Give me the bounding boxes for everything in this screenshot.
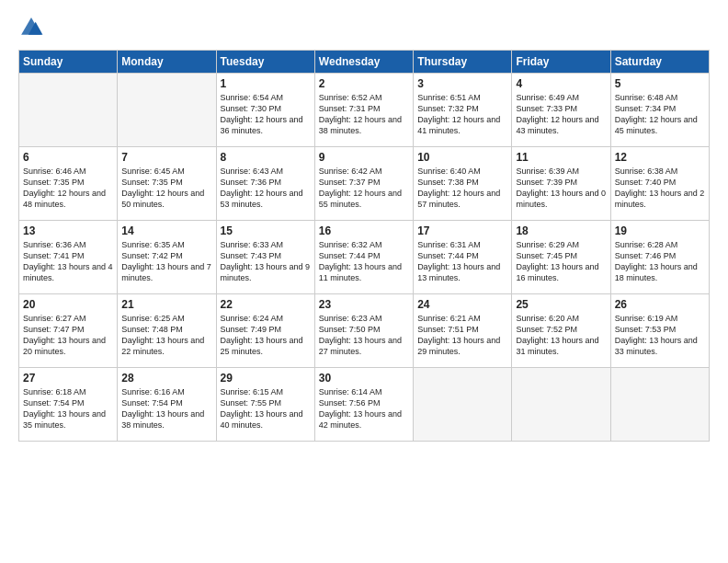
day-info: Sunrise: 6:19 AMSunset: 7:53 PMDaylight:… [615, 313, 705, 358]
day-number: 21 [121, 298, 211, 311]
calendar-day-cell: 7Sunrise: 6:45 AMSunset: 7:35 PMDaylight… [118, 147, 216, 221]
calendar-day-cell: 19Sunrise: 6:28 AMSunset: 7:46 PMDayligh… [610, 221, 709, 294]
calendar-weekday-monday: Monday [118, 51, 216, 74]
calendar-day-cell [19, 74, 118, 147]
daylight-label: Daylight: 12 hours and 50 minutes. [121, 189, 204, 209]
sunrise-label: Sunrise: 6:39 AM [516, 167, 579, 176]
sunrise-label: Sunrise: 6:49 AM [516, 93, 579, 102]
calendar-weekday-wednesday: Wednesday [314, 51, 413, 74]
day-info: Sunrise: 6:15 AMSunset: 7:55 PMDaylight:… [221, 386, 311, 431]
calendar-week-row: 1Sunrise: 6:54 AMSunset: 7:30 PMDaylight… [19, 74, 710, 147]
sunset-label: Sunset: 7:42 PM [121, 251, 183, 260]
sunset-label: Sunset: 7:44 PM [319, 251, 381, 260]
sunrise-label: Sunrise: 6:27 AM [23, 314, 86, 323]
daylight-label: Daylight: 12 hours and 43 minutes. [516, 115, 598, 135]
day-info: Sunrise: 6:31 AMSunset: 7:44 PMDaylight:… [417, 239, 507, 284]
header [18, 15, 710, 40]
day-info: Sunrise: 6:42 AMSunset: 7:37 PMDaylight:… [319, 166, 409, 211]
daylight-label: Daylight: 13 hours and 0 minutes. [516, 189, 606, 209]
daylight-label: Daylight: 12 hours and 55 minutes. [319, 189, 402, 209]
calendar-day-cell: 27Sunrise: 6:18 AMSunset: 7:54 PMDayligh… [19, 368, 118, 442]
calendar-week-row: 13Sunrise: 6:36 AMSunset: 7:41 PMDayligh… [19, 221, 710, 294]
sunset-label: Sunset: 7:33 PM [516, 104, 577, 113]
calendar-day-cell: 6Sunrise: 6:46 AMSunset: 7:35 PMDaylight… [19, 147, 118, 221]
calendar-day-cell [610, 368, 709, 442]
sunset-label: Sunset: 7:49 PM [221, 325, 282, 334]
day-info: Sunrise: 6:28 AMSunset: 7:46 PMDaylight:… [615, 239, 705, 284]
calendar-day-cell: 24Sunrise: 6:21 AMSunset: 7:51 PMDayligh… [414, 294, 512, 368]
day-number: 17 [417, 224, 507, 237]
day-number: 10 [417, 151, 507, 164]
sunset-label: Sunset: 7:39 PM [516, 178, 577, 187]
day-number: 5 [615, 77, 705, 90]
day-info: Sunrise: 6:40 AMSunset: 7:38 PMDaylight:… [417, 166, 507, 211]
daylight-label: Daylight: 13 hours and 38 minutes. [121, 409, 204, 430]
day-info: Sunrise: 6:51 AMSunset: 7:32 PMDaylight:… [417, 92, 507, 137]
day-info: Sunrise: 6:27 AMSunset: 7:47 PMDaylight:… [23, 313, 113, 358]
day-info: Sunrise: 6:23 AMSunset: 7:50 PMDaylight:… [319, 313, 409, 358]
day-info: Sunrise: 6:18 AMSunset: 7:54 PMDaylight:… [23, 386, 113, 431]
sunrise-label: Sunrise: 6:25 AM [121, 314, 185, 323]
sunset-label: Sunset: 7:50 PM [319, 325, 381, 334]
day-number: 19 [615, 224, 705, 237]
calendar-day-cell: 29Sunrise: 6:15 AMSunset: 7:55 PMDayligh… [216, 368, 314, 442]
calendar-day-cell: 22Sunrise: 6:24 AMSunset: 7:49 PMDayligh… [216, 294, 314, 368]
day-number: 22 [221, 298, 311, 311]
day-info: Sunrise: 6:29 AMSunset: 7:45 PMDaylight:… [516, 239, 606, 284]
sunset-label: Sunset: 7:41 PM [23, 251, 85, 260]
daylight-label: Daylight: 13 hours and 4 minutes. [23, 262, 113, 282]
calendar-header-row: SundayMondayTuesdayWednesdayThursdayFrid… [19, 51, 710, 74]
sunrise-label: Sunrise: 6:24 AM [221, 314, 284, 323]
sunrise-label: Sunrise: 6:31 AM [417, 240, 481, 249]
sunrise-label: Sunrise: 6:14 AM [319, 387, 382, 396]
sunrise-label: Sunrise: 6:38 AM [615, 167, 678, 176]
day-info: Sunrise: 6:36 AMSunset: 7:41 PMDaylight:… [23, 239, 113, 284]
calendar-day-cell: 15Sunrise: 6:33 AMSunset: 7:43 PMDayligh… [216, 221, 314, 294]
day-info: Sunrise: 6:32 AMSunset: 7:44 PMDaylight:… [319, 239, 409, 284]
day-number: 23 [319, 298, 409, 311]
sunset-label: Sunset: 7:54 PM [121, 398, 183, 408]
calendar-day-cell: 21Sunrise: 6:25 AMSunset: 7:48 PMDayligh… [118, 294, 216, 368]
daylight-label: Daylight: 13 hours and 9 minutes. [221, 262, 311, 282]
sunset-label: Sunset: 7:32 PM [417, 104, 479, 113]
calendar-day-cell: 5Sunrise: 6:48 AMSunset: 7:34 PMDaylight… [610, 74, 709, 147]
daylight-label: Daylight: 12 hours and 41 minutes. [417, 115, 500, 135]
day-number: 18 [516, 224, 606, 237]
daylight-label: Daylight: 13 hours and 29 minutes. [417, 336, 500, 356]
calendar-day-cell: 25Sunrise: 6:20 AMSunset: 7:52 PMDayligh… [512, 294, 610, 368]
logo-icon [18, 15, 44, 40]
day-info: Sunrise: 6:52 AMSunset: 7:31 PMDaylight:… [319, 92, 409, 137]
sunrise-label: Sunrise: 6:36 AM [23, 240, 86, 249]
sunrise-label: Sunrise: 6:45 AM [121, 167, 185, 176]
calendar-day-cell: 4Sunrise: 6:49 AMSunset: 7:33 PMDaylight… [512, 74, 610, 147]
sunrise-label: Sunrise: 6:21 AM [417, 314, 481, 323]
calendar-day-cell: 18Sunrise: 6:29 AMSunset: 7:45 PMDayligh… [512, 221, 610, 294]
day-number: 27 [23, 372, 113, 385]
sunrise-label: Sunrise: 6:29 AM [516, 240, 579, 249]
calendar-weekday-friday: Friday [512, 51, 610, 74]
sunrise-label: Sunrise: 6:35 AM [121, 240, 185, 249]
sunset-label: Sunset: 7:48 PM [121, 325, 183, 334]
calendar-day-cell: 17Sunrise: 6:31 AMSunset: 7:44 PMDayligh… [414, 221, 512, 294]
daylight-label: Daylight: 13 hours and 22 minutes. [121, 336, 204, 356]
sunrise-label: Sunrise: 6:40 AM [417, 167, 481, 176]
sunrise-label: Sunrise: 6:43 AM [221, 167, 284, 176]
day-info: Sunrise: 6:45 AMSunset: 7:35 PMDaylight:… [121, 166, 211, 211]
sunrise-label: Sunrise: 6:20 AM [516, 314, 579, 323]
calendar-day-cell [118, 74, 216, 147]
calendar-day-cell: 12Sunrise: 6:38 AMSunset: 7:40 PMDayligh… [610, 147, 709, 221]
calendar-day-cell: 20Sunrise: 6:27 AMSunset: 7:47 PMDayligh… [19, 294, 118, 368]
calendar-weekday-thursday: Thursday [414, 51, 512, 74]
daylight-label: Daylight: 13 hours and 42 minutes. [319, 409, 402, 430]
day-number: 28 [121, 372, 211, 385]
day-number: 6 [23, 151, 113, 164]
sunrise-label: Sunrise: 6:33 AM [221, 240, 284, 249]
sunrise-label: Sunrise: 6:46 AM [23, 167, 86, 176]
calendar-day-cell: 30Sunrise: 6:14 AMSunset: 7:56 PMDayligh… [314, 368, 413, 442]
page: SundayMondayTuesdayWednesdayThursdayFrid… [0, 0, 728, 563]
day-info: Sunrise: 6:39 AMSunset: 7:39 PMDaylight:… [516, 166, 606, 211]
calendar-day-cell: 3Sunrise: 6:51 AMSunset: 7:32 PMDaylight… [414, 74, 512, 147]
calendar-day-cell: 14Sunrise: 6:35 AMSunset: 7:42 PMDayligh… [118, 221, 216, 294]
day-number: 7 [121, 151, 211, 164]
calendar-day-cell: 11Sunrise: 6:39 AMSunset: 7:39 PMDayligh… [512, 147, 610, 221]
